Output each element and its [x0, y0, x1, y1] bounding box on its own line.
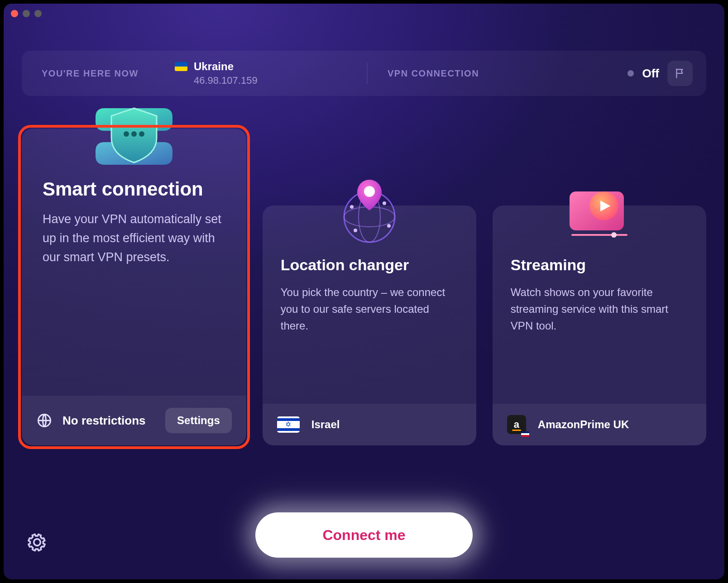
card-location-changer[interactable]: Location changer You pick the country – …: [263, 205, 476, 445]
smart-connection-illustration: [22, 88, 246, 174]
card-title: Location changer: [281, 256, 458, 274]
card-description: Have your VPN automatically set up in th…: [43, 210, 225, 267]
settings-gear-button[interactable]: [27, 532, 47, 552]
vpn-state: Off: [627, 61, 693, 86]
status-dot-icon: [627, 70, 634, 76]
svg-point-8: [383, 201, 386, 205]
streaming-illustration: [493, 174, 706, 246]
card-description: Watch shows on your favorite streaming s…: [511, 284, 688, 335]
israel-flag-icon: ✡: [277, 416, 300, 433]
location-changer-illustration: [263, 174, 476, 246]
connect-button[interactable]: Connect me: [255, 512, 473, 558]
window-zoom-button[interactable]: [34, 10, 42, 17]
card-footer-label: Israel: [311, 418, 340, 431]
card-footer[interactable]: ✡ Israel: [263, 404, 476, 445]
status-country: Ukraine: [194, 60, 234, 73]
ukraine-flag-icon: [175, 62, 187, 71]
traffic-lights: [11, 10, 42, 17]
status-location-section: YOU'RE HERE NOW Ukraine 46.98.107.159: [22, 60, 367, 86]
gear-icon: [27, 532, 47, 552]
card-streaming[interactable]: Streaming Watch shows on your favorite s…: [493, 205, 706, 445]
card-footer: No restrictions Settings: [22, 396, 246, 445]
vpn-flag-button[interactable]: [667, 61, 693, 86]
globe-icon: [36, 412, 53, 429]
status-here-label: YOU'RE HERE NOW: [42, 68, 139, 79]
card-description: You pick the country – we connect you to…: [281, 284, 458, 335]
flag-icon: [674, 67, 686, 79]
cards-row: Smart connection Have your VPN automatic…: [22, 129, 706, 445]
status-vpn-label: VPN CONNECTION: [388, 68, 479, 79]
svg-point-0: [124, 131, 129, 137]
card-title: Smart connection: [43, 178, 225, 200]
settings-button[interactable]: Settings: [165, 408, 232, 433]
content-area: YOU'RE HERE NOW Ukraine 46.98.107.159 VP…: [22, 51, 706, 579]
svg-point-15: [611, 232, 617, 238]
svg-point-7: [350, 205, 354, 209]
amazon-prime-icon: a: [507, 415, 526, 434]
window-close-button[interactable]: [11, 10, 18, 17]
status-vpn-section: VPN CONNECTION Off: [368, 61, 706, 86]
card-title: Streaming: [511, 256, 688, 274]
card-footer-label: AmazonPrime UK: [538, 418, 629, 431]
svg-point-1: [131, 131, 137, 137]
svg-point-2: [139, 131, 144, 137]
app-window: YOU'RE HERE NOW Ukraine 46.98.107.159 VP…: [4, 4, 724, 579]
connect-button-label: Connect me: [322, 527, 405, 544]
svg-point-10: [354, 229, 357, 232]
window-minimize-button[interactable]: [23, 10, 30, 17]
status-location: Ukraine 46.98.107.159: [175, 60, 258, 86]
card-smart-connection[interactable]: Smart connection Have your VPN automatic…: [22, 129, 246, 445]
card-footer[interactable]: a AmazonPrime UK: [493, 404, 706, 445]
svg-point-9: [387, 224, 391, 228]
card-footer-label: No restrictions: [62, 414, 146, 428]
vpn-state-text: Off: [642, 67, 659, 81]
svg-point-11: [364, 186, 375, 197]
